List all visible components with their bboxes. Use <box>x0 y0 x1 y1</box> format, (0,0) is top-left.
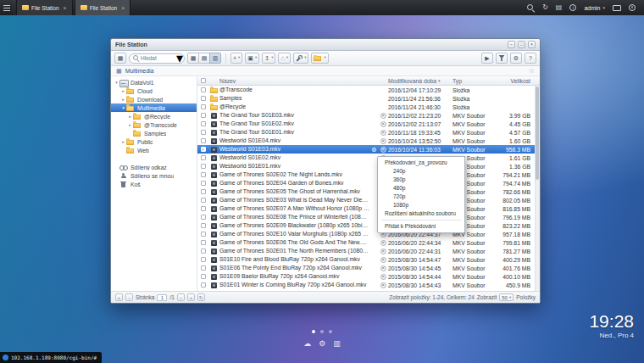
search-box[interactable]: ▾ <box>129 53 185 64</box>
file-row-samples[interactable]: Samples2016/11/24 21:56:36Složka <box>197 94 540 103</box>
tree-toggle-icon[interactable]: ▸ <box>120 98 126 102</box>
file-row-game-of-thrones-s02e04-garden-of-bones-mkv[interactable]: Game of Thrones S02E04 Garden of Bones.m… <box>197 179 540 187</box>
admin-menu[interactable]: admin ▾ <box>584 5 605 11</box>
search-icon[interactable] <box>527 4 535 12</box>
menu-item-1080p[interactable]: 1080p <box>378 201 464 209</box>
sidebar-item-download[interactable]: ▸Download <box>111 95 197 103</box>
filter-button[interactable] <box>496 53 508 64</box>
page-number-input[interactable]: 1 <box>157 294 167 301</box>
main-menu-button[interactable] <box>0 0 14 15</box>
more-actions-button[interactable]: ▾ <box>293 53 308 64</box>
media-play-icon[interactable]: ▸ <box>380 113 386 119</box>
file-row-game-of-thrones-s02e05-the-ghost-of-harrenhal-mkv[interactable]: Game of Thrones S02E05 The Ghost of Harr… <box>197 187 540 196</box>
media-play-icon[interactable]: ▸ <box>380 274 386 280</box>
tree-toggle-icon[interactable]: ▸ <box>120 140 126 144</box>
utilities-icon[interactable]: ⚙ <box>319 340 325 348</box>
last-page-button[interactable]: » <box>187 293 195 301</box>
row-checkbox[interactable] <box>201 198 206 203</box>
minimize-button[interactable]: − <box>508 41 515 48</box>
media-play-icon[interactable]: ▸ <box>380 138 386 144</box>
desktop-page-dot[interactable] <box>329 330 332 333</box>
close-button[interactable]: × <box>528 41 536 48</box>
row-checkbox[interactable] <box>201 265 206 271</box>
file-row-s01e09-baelor-bluray-720p-x264-ganool-mkv[interactable]: S01E09 Baelor BluRay 720p x264 Ganool.mk… <box>197 272 540 281</box>
row-checkbox[interactable] <box>201 232 206 237</box>
upload-button[interactable]: ↥▾ <box>262 53 275 64</box>
list-view-button[interactable]: ▤ <box>198 53 210 64</box>
search-input[interactable] <box>141 55 175 61</box>
row-checkbox[interactable] <box>201 257 206 262</box>
help-button[interactable]: ? <box>525 53 536 64</box>
taskbar-tab-file-station-2[interactable]: File Station × <box>75 0 131 15</box>
media-play-icon[interactable]: ▸ <box>380 130 386 136</box>
media-play-icon[interactable]: ▸ <box>380 249 386 254</box>
tree-toggle-icon[interactable]: ▸ <box>120 89 126 93</box>
first-page-button[interactable]: « <box>115 293 123 301</box>
media-play-icon[interactable]: ▸ <box>380 265 386 271</box>
breadcrumb[interactable]: ▦ Multimedia ☆ <box>111 66 540 76</box>
media-play-icon[interactable]: ▸ <box>380 282 386 288</box>
taskbar-tab-file-station-1[interactable]: File Station × <box>16 0 73 15</box>
search-scope-caret-icon[interactable]: ▾ <box>176 50 183 66</box>
detail-view-button[interactable]: ▥ <box>209 53 221 64</box>
actions-gear-icon[interactable]: ⚙ <box>371 147 376 153</box>
menu-item-p-idat-k-p-ek-dov-n[interactable]: Přidat k Překódování <box>378 222 464 231</box>
row-checkbox[interactable] <box>201 206 206 211</box>
background-tasks-icon[interactable]: ↻ <box>542 4 548 11</box>
media-play-icon[interactable]: ▸ <box>380 257 386 263</box>
menu-item-rozli-en-aktu-ln-ho-souboru[interactable]: Rozlišení aktuálního souboru <box>378 209 464 218</box>
share-button[interactable]: ∴▾ <box>278 53 291 64</box>
file-row-westworld-s01e01-mkv[interactable]: Westworld S01E01.mkv▸2016/10/24 11:05:42… <box>197 162 540 170</box>
copy-move-button[interactable]: ▣▾ <box>245 53 259 64</box>
file-row-game-of-thrones-s02e02-the-night-lands-mkv[interactable]: Game of Thrones S02E02 The Night Lands.m… <box>197 170 540 179</box>
file-row-transcode[interactable]: @Transcode2016/12/04 17:10:29Složka <box>197 86 540 94</box>
file-row-westworld-s01e03-mkv[interactable]: ✓Westworld S01E03.mkv⚙▸2016/10/24 11:36:… <box>197 145 540 154</box>
settings-button[interactable]: ⚙ <box>510 53 522 64</box>
page-size-select[interactable]: 50 ▾ <box>499 293 514 301</box>
row-checkbox[interactable] <box>201 138 206 143</box>
row-checkbox[interactable] <box>201 130 206 135</box>
maximize-button[interactable]: □ <box>518 41 525 48</box>
refresh-button[interactable]: ↻ <box>197 293 205 301</box>
sidebar-item-samples[interactable]: Samples <box>111 129 197 137</box>
menu-item-240p[interactable]: 240p <box>378 167 464 176</box>
sidebar-item-recycle[interactable]: ▸@Recycle <box>111 112 197 120</box>
row-checkbox[interactable] <box>201 104 206 109</box>
file-row-game-of-thrones-s02e09-blackwater-1080p-x265-10bit-joy-mkv[interactable]: Game of Thrones S02E09 Blackwater (1080p… <box>197 221 540 230</box>
tree-toggle-icon[interactable]: ▾ <box>114 81 119 85</box>
column-name[interactable]: Název <box>219 76 369 85</box>
media-play-icon[interactable]: ▸ <box>380 240 386 246</box>
column-size[interactable]: Velikost <box>497 76 534 85</box>
row-checkbox[interactable] <box>201 223 206 228</box>
prev-page-button[interactable]: ‹ <box>125 293 133 301</box>
menu-item-720p[interactable]: 720p <box>378 193 464 201</box>
tree-toggle-icon[interactable]: ▸ <box>127 123 133 127</box>
row-checkbox[interactable] <box>201 249 206 254</box>
row-checkbox[interactable] <box>201 121 206 126</box>
external-devices-icon[interactable]: ▤ <box>556 4 563 11</box>
file-row-s01e06-the-pointy-end-bluray-720p-x264-ganool-mkv[interactable]: S01E06 The Pointy End BluRay 720p x264 G… <box>197 264 540 272</box>
sidebar-item-sd-leno-se-mnou[interactable]: Sdíleno se mnou <box>111 171 197 180</box>
file-row-s01e01-winter-is-coming-bluray-720p-x264-ganool-mkv[interactable]: S01E01 Winter is Coming BluRay 720p x264… <box>197 281 540 289</box>
window-titlebar[interactable]: File Station − □ × <box>111 39 540 51</box>
menu-item-480p[interactable]: 480p <box>378 184 464 193</box>
sidebar-item-public[interactable]: ▸Public <box>111 137 197 146</box>
row-checkbox[interactable] <box>201 215 206 220</box>
file-row-recycle[interactable]: @Recycle2016/11/24 21:46:30Složka <box>197 103 540 111</box>
row-checkbox[interactable] <box>201 240 206 245</box>
row-checkbox[interactable] <box>201 96 206 101</box>
file-row-game-of-thrones-s02e10-valar-morghulis-1080p-x265-10bit-joy-mkv[interactable]: Game of Thrones S02E10 Valar Morghulis (… <box>197 230 540 238</box>
notifications-icon[interactable]: i <box>569 4 576 11</box>
power-icon[interactable] <box>629 4 636 11</box>
next-page-button[interactable]: › <box>177 293 185 301</box>
close-icon[interactable]: × <box>121 5 125 11</box>
myqnapcloud-icon[interactable]: ☁ <box>303 340 311 348</box>
column-modified[interactable]: Modifikovaná doba▾ <box>388 76 452 85</box>
file-row-the-grand-tour-s01e02-mkv[interactable]: The Grand Tour S01E02.mkv▸2016/12/02 21:… <box>197 120 540 128</box>
create-button[interactable]: +▾ <box>230 53 242 64</box>
file-row-the-grand-tour-s01e03-mkv[interactable]: The Grand Tour S01E03.mkv▸2016/12/02 21:… <box>197 111 540 120</box>
select-all-checkbox[interactable] <box>201 78 206 83</box>
file-row-westworld-s01e02-mkv[interactable]: Westworld S01E02.mkv▸2016/10/24 11:21:18… <box>197 154 540 162</box>
file-row-game-of-thrones-s02e07-a-man-without-honor-1080p-x265-10bit-joy-mkv[interactable]: Game of Thrones S02E07 A Man Without Hon… <box>197 204 540 213</box>
row-checkbox[interactable] <box>201 113 206 118</box>
